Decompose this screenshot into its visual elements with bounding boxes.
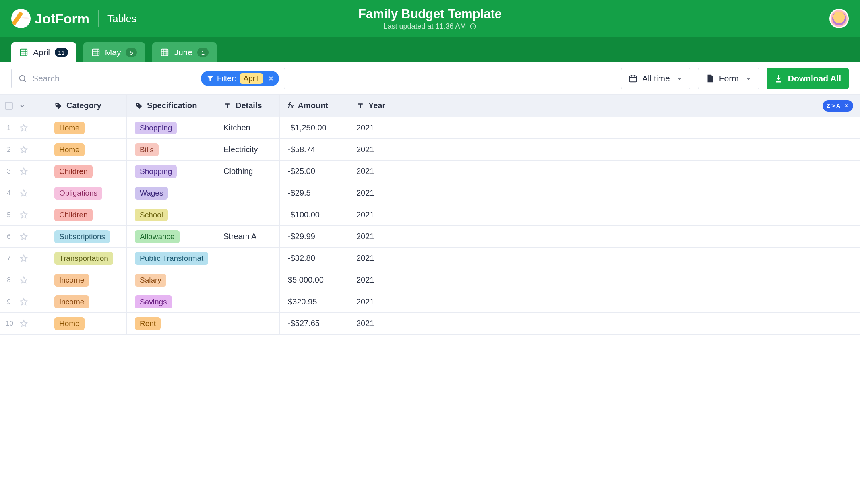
cell-details[interactable]: Kitchen [215, 117, 280, 138]
cell-specification[interactable]: Savings [127, 291, 215, 312]
filter-chip[interactable]: Filter: April [201, 71, 279, 86]
cell-amount[interactable]: -$1,250.00 [280, 117, 348, 138]
cell-year[interactable]: 2021 [348, 269, 860, 291]
select-menu-chevron-icon[interactable] [19, 102, 26, 109]
star-icon[interactable] [19, 189, 28, 198]
star-icon[interactable] [19, 145, 28, 154]
cell-specification[interactable]: Shopping [127, 161, 215, 182]
cell-amount[interactable]: -$100.00 [280, 204, 348, 225]
table-row[interactable]: 9 Income Savings $320.95 2021 [0, 291, 860, 313]
cell-amount[interactable]: $320.95 [280, 291, 348, 312]
filter-label: Filter: [217, 74, 236, 83]
cell-amount[interactable]: -$58.74 [280, 139, 348, 160]
table-row[interactable]: 10 Home Rent -$527.65 2021 [0, 313, 860, 335]
table-row[interactable]: 7 Transportation Public Transformat -$32… [0, 248, 860, 269]
star-icon[interactable] [19, 167, 28, 176]
cell-details[interactable] [215, 269, 280, 291]
cell-category[interactable]: Home [46, 313, 127, 334]
cell-specification[interactable]: Wages [127, 182, 215, 204]
cell-category[interactable]: Home [46, 139, 127, 160]
cell-details[interactable] [215, 248, 280, 269]
cell-category[interactable]: Income [46, 291, 127, 312]
cell-category[interactable]: Transportation [46, 248, 127, 269]
cell-specification[interactable]: Salary [127, 269, 215, 291]
cell-year[interactable]: 2021 [348, 117, 860, 138]
star-icon[interactable] [19, 211, 28, 219]
cell-category[interactable]: Subscriptions [46, 226, 127, 247]
cell-specification[interactable]: Allowance [127, 226, 215, 247]
cell-year[interactable]: 2021 [348, 226, 860, 247]
search-box[interactable] [12, 68, 195, 89]
tab-label: June [174, 48, 192, 57]
select-all-checkbox[interactable] [5, 102, 13, 110]
cell-details[interactable] [215, 182, 280, 204]
tab-label: April [33, 48, 50, 57]
col-amount[interactable]: fx Amount [280, 95, 348, 117]
download-all-button[interactable]: Download All [767, 68, 849, 89]
cell-category[interactable]: Children [46, 204, 127, 225]
user-menu[interactable] [818, 0, 849, 37]
table-row[interactable]: 8 Income Salary $5,000.00 2021 [0, 269, 860, 291]
col-specification[interactable]: Specification [127, 95, 215, 117]
cell-amount[interactable]: -$32.80 [280, 248, 348, 269]
cell-specification[interactable]: Rent [127, 313, 215, 334]
filter-clear-icon[interactable] [268, 75, 274, 82]
cell-details[interactable] [215, 291, 280, 312]
col-category[interactable]: Category [46, 95, 127, 117]
col-year[interactable]: Year Z > A [348, 95, 860, 117]
table-row[interactable]: 1 Home Shopping Kitchen -$1,250.00 2021 [0, 117, 860, 139]
brand-logo[interactable]: JotForm [11, 9, 89, 28]
star-icon[interactable] [19, 276, 28, 285]
cell-details[interactable]: Stream A [215, 226, 280, 247]
cell-details[interactable]: Clothing [215, 161, 280, 182]
tab-june[interactable]: June 1 [152, 42, 217, 62]
cell-category[interactable]: Children [46, 161, 127, 182]
star-icon[interactable] [19, 319, 28, 328]
cell-amount[interactable]: $5,000.00 [280, 269, 348, 291]
star-icon[interactable] [19, 232, 28, 241]
date-range-button[interactable]: All time [621, 68, 690, 89]
cell-amount[interactable]: -$527.65 [280, 313, 348, 334]
cell-year[interactable]: 2021 [348, 161, 860, 182]
cell-details[interactable] [215, 313, 280, 334]
star-icon[interactable] [19, 297, 28, 306]
tab-may[interactable]: May 5 [83, 42, 145, 62]
cell-year[interactable]: 2021 [348, 139, 860, 160]
cell-category[interactable]: Home [46, 117, 127, 138]
cell-amount[interactable]: -$29.99 [280, 226, 348, 247]
cell-year[interactable]: 2021 [348, 313, 860, 334]
table-row[interactable]: 3 Children Shopping Clothing -$25.00 202… [0, 161, 860, 182]
tab-april[interactable]: April 11 [11, 42, 76, 62]
cell-amount[interactable]: -$25.00 [280, 161, 348, 182]
cell-year[interactable]: 2021 [348, 204, 860, 225]
table-row[interactable]: 2 Home Bills Electricity -$58.74 2021 [0, 139, 860, 161]
cell-specification[interactable]: Shopping [127, 117, 215, 138]
tab-count: 11 [55, 48, 68, 57]
cell-specification[interactable]: Bills [127, 139, 215, 160]
table-row[interactable]: 5 Children School -$100.00 2021 [0, 204, 860, 226]
star-icon[interactable] [19, 124, 28, 132]
cell-year[interactable]: 2021 [348, 248, 860, 269]
cell-specification[interactable]: Public Transformat [127, 248, 215, 269]
cell-details[interactable]: Electricity [215, 139, 280, 160]
star-icon[interactable] [19, 254, 28, 263]
form-button[interactable]: Form [698, 68, 759, 89]
cell-category[interactable]: Obligations [46, 182, 127, 204]
document-title[interactable]: Family Budget Template [358, 7, 502, 21]
cell-category[interactable]: Income [46, 269, 127, 291]
cell-year[interactable]: 2021 [348, 291, 860, 312]
svg-rect-5 [630, 76, 637, 82]
cell-amount[interactable]: -$29.5 [280, 182, 348, 204]
search-input[interactable] [32, 73, 188, 84]
col-details[interactable]: Details [215, 95, 280, 117]
cell-year[interactable]: 2021 [348, 182, 860, 204]
cell-specification[interactable]: School [127, 204, 215, 225]
app-section-label[interactable]: Tables [108, 13, 136, 25]
cell-details[interactable] [215, 204, 280, 225]
table-row[interactable]: 6 Subscriptions Allowance Stream A -$29.… [0, 226, 860, 248]
sort-badge[interactable]: Z > A [823, 100, 853, 112]
table-row[interactable]: 4 Obligations Wages -$29.5 2021 [0, 182, 860, 204]
category-tag: Transportation [54, 252, 113, 265]
sort-clear-icon[interactable] [843, 103, 849, 109]
col-label: Category [66, 101, 101, 110]
